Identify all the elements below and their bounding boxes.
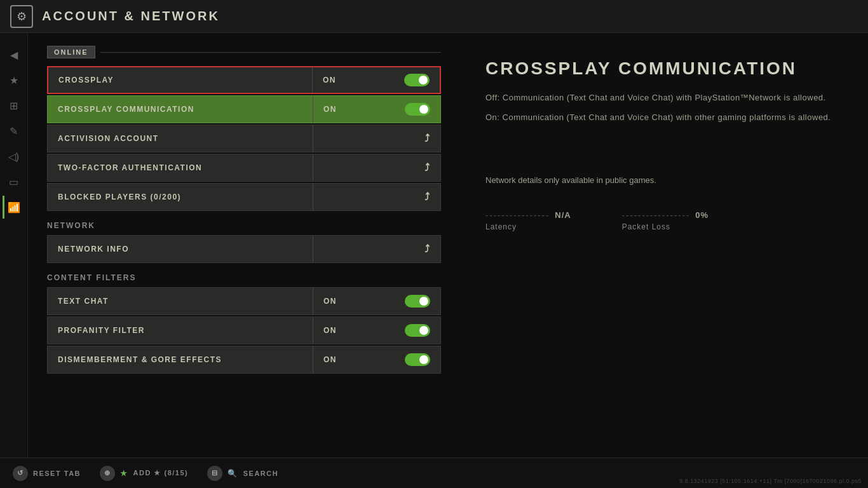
search-button[interactable]: ⊟ 🔍 SEARCH [207, 466, 278, 481]
dismemberment-value: ON [313, 353, 440, 366]
info-desc-1: Off: Communication (Text Chat and Voice … [485, 92, 843, 105]
reset-tab-label: RESET TAB [33, 470, 81, 477]
text-chat-toggle[interactable] [405, 295, 430, 308]
add-icon: ⊕ [100, 466, 115, 481]
crossplay-communication-label: CROSSPLAY COMMUNICATION [48, 105, 313, 114]
latency-stat: ---------------- N/A Latency [485, 210, 571, 231]
blocked-players-value: ⤴ [313, 191, 440, 203]
profanity-filter-label: PROFANITY FILTER [48, 326, 313, 335]
latency-dashes: ---------------- [485, 210, 550, 220]
external-link-icon: ⤴ [424, 133, 431, 144]
main-layout: ◀ ★ ⊞ ✎ ◁) ▭ 📶 ONLINE [0, 33, 868, 458]
packet-loss-value: 0% [695, 210, 709, 220]
online-section-line [100, 52, 441, 53]
header: ⚙ ACCOUNT & NETWORK [0, 0, 868, 33]
content-area: ONLINE CROSSPLAY ON CROSSPLAY COMMUNICAT… [28, 33, 868, 458]
sidebar-item-network[interactable]: 📶 [3, 196, 25, 219]
reset-tab-button[interactable]: ↺ RESET TAB [13, 466, 81, 481]
packet-loss-stat: ----------------- 0% Packet Loss [622, 210, 709, 231]
search-icon: 🔍 [227, 469, 238, 478]
dismemberment-toggle[interactable] [405, 353, 430, 366]
latency-bar: ---------------- N/A [485, 210, 571, 220]
activision-account-label: ACTIVISION ACCOUNT [48, 134, 313, 143]
crossplay-toggle[interactable] [404, 74, 430, 86]
activision-account-row[interactable]: ACTIVISION ACCOUNT ⤴ [47, 125, 441, 152]
gamepad-icon: ⊞ [10, 100, 18, 112]
external-link-icon-4: ⤴ [424, 243, 431, 255]
star-icon-small: ★ [120, 469, 128, 478]
latency-value: N/A [555, 210, 571, 220]
add-label: ADD ★ (8/15) [133, 469, 189, 477]
network-icon: 📶 [8, 201, 20, 214]
text-chat-value: ON [313, 295, 440, 308]
dismemberment-row[interactable]: DISMEMBERMENT & GORE EFFECTS ON [47, 346, 441, 374]
page-title: ACCOUNT & NETWORK [42, 9, 220, 24]
blocked-players-row[interactable]: BLOCKED PLAYERS (0/200) ⤴ [47, 183, 441, 211]
controller-icon: ⊟ [207, 466, 222, 481]
info-note: Network details only available in public… [485, 175, 843, 185]
dismemberment-label: DISMEMBERMENT & GORE EFFECTS [48, 355, 313, 364]
settings-icon: ⚙ [17, 10, 27, 24]
sidebar-item-edit[interactable]: ✎ [3, 119, 25, 142]
two-factor-label: TWO-FACTOR AUTHENTICATION [48, 163, 313, 172]
external-link-icon-2: ⤴ [424, 162, 431, 173]
back-icon: ◀ [10, 49, 18, 61]
sidebar-item-gamepad[interactable]: ⊞ [3, 94, 25, 117]
online-tab: ONLINE [47, 46, 95, 58]
profanity-filter-toggle[interactable] [405, 324, 430, 337]
online-section-header: ONLINE [47, 46, 441, 58]
crossplay-value: ON [313, 74, 440, 86]
profanity-filter-row[interactable]: PROFANITY FILTER ON [47, 316, 441, 344]
edit-icon: ✎ [10, 125, 18, 137]
star-icon: ★ [10, 74, 18, 86]
text-chat-row[interactable]: TEXT CHAT ON [47, 287, 441, 315]
two-factor-row[interactable]: TWO-FACTOR AUTHENTICATION ⤴ [47, 154, 441, 182]
sidebar-item-audio[interactable]: ◁) [3, 145, 25, 168]
sidebar-item-favorites[interactable]: ★ [3, 69, 25, 92]
crossplay-label: CROSSPLAY [48, 76, 312, 85]
external-link-icon-3: ⤴ [424, 191, 431, 203]
settings-panel: ONLINE CROSSPLAY ON CROSSPLAY COMMUNICAT… [28, 33, 460, 458]
crossplay-communication-row[interactable]: CROSSPLAY COMMUNICATION ON [47, 95, 441, 123]
two-factor-value: ⤴ [313, 162, 440, 173]
profanity-filter-value: ON [313, 324, 440, 337]
packet-loss-bar: ----------------- 0% [622, 210, 709, 220]
network-section-label: NETWORK [47, 221, 441, 230]
packet-loss-dashes: ----------------- [622, 210, 691, 220]
reset-icon: ↺ [13, 466, 28, 481]
packet-loss-label: Packet Loss [622, 222, 709, 231]
info-desc-2: On: Communication (Text Chat and Voice C… [485, 111, 843, 125]
info-panel: CROSSPLAY COMMUNICATION Off: Communicati… [460, 33, 868, 458]
network-info-value: ⤴ [313, 243, 440, 255]
info-title: CROSSPLAY COMMUNICATION [485, 58, 843, 79]
display-icon: ▭ [9, 176, 18, 188]
network-stats: ---------------- N/A Latency -----------… [485, 210, 843, 231]
network-info-row[interactable]: NETWORK INFO ⤴ [47, 235, 441, 263]
activision-account-value: ⤴ [313, 133, 440, 144]
sidebar-item-back[interactable]: ◀ [3, 43, 25, 66]
crossplay-row[interactable]: CROSSPLAY ON [47, 66, 441, 94]
latency-label: Latency [485, 222, 571, 231]
crossplay-communication-toggle[interactable] [405, 103, 430, 116]
audio-icon: ◁) [8, 151, 19, 163]
add-favorite-button[interactable]: ⊕ ★ ADD ★ (8/15) [100, 466, 188, 481]
text-chat-label: TEXT CHAT [48, 297, 313, 306]
crossplay-communication-value: ON [313, 103, 440, 116]
content-filters-section-label: CONTENT FILTERS [47, 273, 441, 282]
search-label: SEARCH [243, 470, 278, 477]
version-text: 9.8.13241923 [51:105:1614:+11] Tm [7000]… [679, 478, 862, 484]
sidebar-nav: ◀ ★ ⊞ ✎ ◁) ▭ 📶 [0, 33, 28, 458]
header-icon: ⚙ [10, 5, 33, 28]
network-info-label: NETWORK INFO [48, 245, 313, 254]
blocked-players-label: BLOCKED PLAYERS (0/200) [48, 193, 313, 201]
sidebar-item-display[interactable]: ▭ [3, 170, 25, 193]
